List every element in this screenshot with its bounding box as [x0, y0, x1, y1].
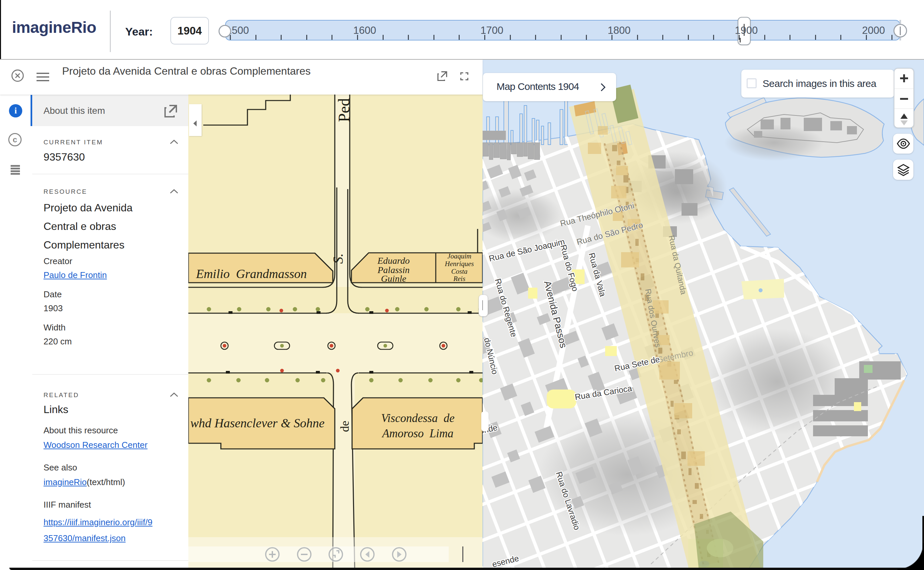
svg-text:de: de [338, 421, 351, 432]
svg-text:Eduardo: Eduardo [377, 256, 410, 266]
svg-text:Reis: Reis [453, 275, 465, 283]
svg-text:Henriques: Henriques [444, 260, 474, 268]
svg-text:Emilio Grandmasson: Emilio Grandmasson [195, 267, 307, 281]
svg-text:Viscondessa de: Viscondessa de [381, 412, 455, 425]
svg-text:Guinle: Guinle [381, 273, 406, 283]
svg-text:Joaquim: Joaquim [447, 252, 471, 260]
svg-text:Costa: Costa [451, 267, 467, 275]
svg-text:S.: S. [331, 253, 346, 264]
svg-text:whd Hasenclever & Sohne: whd Hasenclever & Sohne [190, 416, 324, 430]
svg-text:Amoroso Lima: Amoroso Lima [381, 427, 454, 440]
svg-text:Ped: Ped [335, 98, 353, 122]
